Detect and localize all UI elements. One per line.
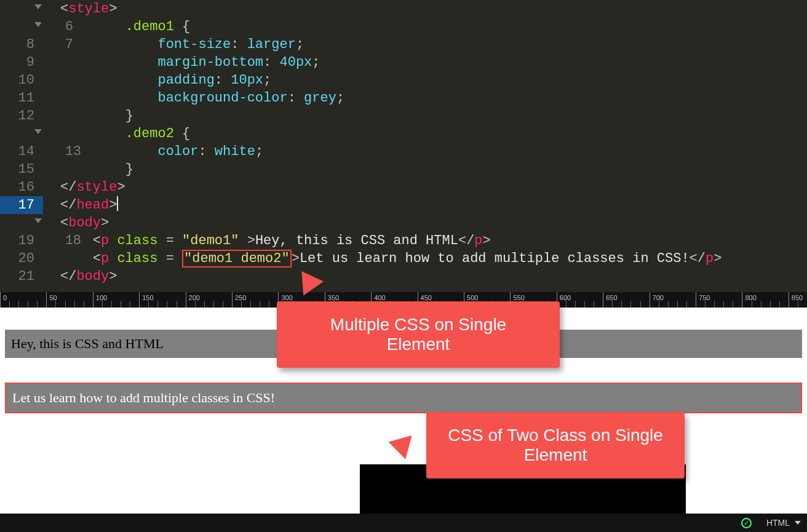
line-number: 10	[0, 71, 43, 89]
code-line[interactable]: 14 color: white;	[0, 143, 807, 161]
line-number: 19	[0, 232, 43, 250]
line-number: 9	[0, 54, 43, 71]
line-number: 8	[0, 36, 43, 54]
line-number: 15	[0, 161, 43, 178]
status-bar: ✓ HTML	[0, 514, 807, 532]
status-ok-icon[interactable]: ✓	[741, 518, 752, 528]
code-line[interactable]: 13 .demo2 {	[0, 125, 807, 143]
code-line[interactable]: 12 }	[0, 107, 807, 125]
line-number: 6	[0, 0, 43, 18]
code-editor[interactable]: 6 <style> 7 .demo1 { 8 font-size: larger…	[0, 0, 807, 292]
code-line[interactable]: 7 .demo1 {	[0, 18, 807, 36]
code-line[interactable]: 6 <style>	[0, 0, 807, 18]
fold-icon[interactable]	[34, 4, 42, 9]
code-line[interactable]: 10 padding: 10px;	[0, 71, 807, 89]
line-number: 14	[0, 143, 43, 161]
text-cursor	[117, 196, 118, 211]
line-number: 20	[0, 250, 43, 268]
annotation-callout-1: Multiple CSS on SingleElement	[277, 301, 560, 368]
code-line[interactable]: 18 <body>	[0, 214, 807, 232]
preview-paragraph-2: Let us learn how to add multiple classes…	[6, 384, 801, 412]
code-line[interactable]: 16 </style>	[0, 178, 807, 196]
fold-icon[interactable]	[34, 22, 42, 27]
line-number: 13	[0, 125, 43, 143]
code-line[interactable]: 17 </head>	[0, 196, 807, 214]
line-number: 17	[0, 196, 43, 214]
code-line[interactable]: 21 </body>	[0, 268, 807, 285]
code-line[interactable]: 19 <p class = "demo1" >Hey, this is CSS …	[0, 232, 807, 250]
line-number: 7	[0, 18, 43, 36]
line-number: 12	[0, 107, 43, 125]
line-number: 21	[0, 268, 43, 285]
annotation-callout-2: CSS of Two Class on SingleElement	[426, 412, 685, 478]
line-number: 16	[0, 178, 43, 196]
fold-icon[interactable]	[34, 218, 42, 223]
language-selector[interactable]: HTML	[766, 518, 801, 528]
chevron-down-icon	[795, 521, 801, 525]
code-line[interactable]: 15 }	[0, 161, 807, 178]
line-number: 11	[0, 89, 43, 107]
line-number: 18	[0, 214, 43, 232]
highlight-frame: Let us learn how to add multiple classes…	[5, 383, 802, 413]
code-line[interactable]: 11 background-color: grey;	[0, 89, 807, 107]
code-line[interactable]: 9 margin-bottom: 40px;	[0, 54, 807, 71]
code-line[interactable]: 20 <p class = "demo1 demo2">Let us learn…	[0, 250, 807, 268]
highlight-box: "demo1 demo2"	[182, 250, 292, 268]
fold-icon[interactable]	[34, 129, 42, 134]
code-line[interactable]: 8 font-size: larger;	[0, 36, 807, 54]
